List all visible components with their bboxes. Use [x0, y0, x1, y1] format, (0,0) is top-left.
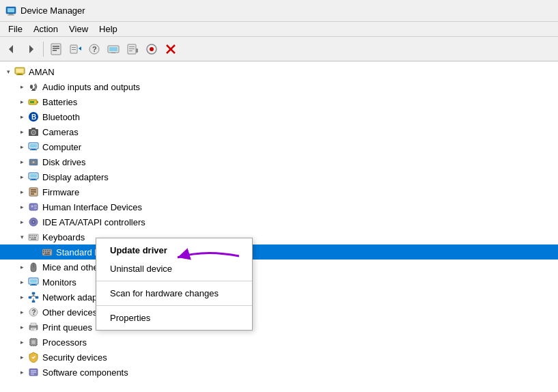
tree-item-mice[interactable]: Mice and other pointing devices [0, 260, 558, 275]
forward-button[interactable] [22, 40, 40, 58]
tree-item-audio[interactable]: Audio inputs and outputs [0, 79, 558, 94]
svg-rect-58 [31, 193, 34, 195]
svg-rect-82 [45, 252, 46, 253]
menu-bar: File Action View Help [0, 22, 558, 37]
tree-item-hid[interactable]: Human Interface Devices [0, 199, 558, 214]
svg-rect-22 [129, 48, 135, 49]
svg-rect-87 [30, 279, 37, 283]
tree-item-bluetooth[interactable]: B Bluetooth [0, 109, 558, 124]
svg-rect-77 [43, 251, 44, 252]
main-content: AMAN Audio inputs and outputs [0, 61, 558, 392]
tree-item-processors[interactable]: Processors [0, 335, 558, 350]
tree-label-bluetooth: Bluetooth [42, 112, 80, 122]
update-driver-button[interactable] [66, 40, 84, 58]
expand-monitors[interactable] [16, 277, 27, 288]
context-menu-uninstall-device[interactable]: Uninstall device [96, 260, 252, 278]
expand-network[interactable] [16, 292, 27, 303]
svg-rect-23 [129, 51, 132, 51]
menu-file[interactable]: File [3, 23, 28, 36]
expand-batteries[interactable] [16, 96, 27, 107]
svg-rect-104 [31, 330, 34, 331]
tree-item-root[interactable]: AMAN [0, 64, 558, 79]
svg-rect-90 [32, 292, 35, 294]
icon-security [27, 351, 40, 363]
svg-rect-72 [29, 237, 31, 238]
expand-hid[interactable] [16, 201, 27, 212]
tree-item-monitors[interactable]: Monitors [0, 275, 558, 290]
expand-mice[interactable] [16, 262, 27, 272]
icon-software [27, 366, 40, 378]
tree-item-network[interactable]: Network adapters [0, 290, 558, 305]
tree-item-security[interactable]: Security devices [0, 350, 558, 365]
expand-ide[interactable] [16, 216, 27, 227]
tree-item-print[interactable]: Print queues [0, 320, 558, 335]
tree-label-ide: IDE ATA/ATAPI controllers [42, 217, 145, 227]
context-menu-update-driver[interactable]: Update driver [96, 241, 252, 260]
svg-rect-79 [47, 251, 48, 252]
context-menu-separator-2 [96, 305, 252, 306]
expand-computer[interactable] [16, 141, 27, 152]
svg-rect-6 [51, 44, 61, 55]
menu-help[interactable]: Help [94, 23, 123, 36]
back-button[interactable] [3, 40, 20, 58]
expand-bluetooth[interactable] [16, 111, 27, 122]
tree-item-batteries[interactable]: Batteries [0, 94, 558, 109]
tree-label-cameras: Cameras [42, 127, 79, 137]
tree-label-audio: Audio inputs and outputs [42, 82, 140, 92]
svg-rect-46 [31, 149, 36, 150]
tree-item-software[interactable]: Software components [0, 365, 558, 380]
help-button[interactable]: ? [85, 40, 103, 58]
tree-item-disk[interactable]: Disk drives [0, 154, 558, 169]
expand-audio[interactable] [16, 81, 27, 92]
tree-item-ide[interactable]: IDE ATA/ATAPI controllers [0, 214, 558, 229]
title-bar-title: Device Manager [20, 5, 85, 16]
svg-rect-21 [129, 46, 135, 47]
uninstall-button[interactable] [162, 40, 180, 58]
expand-cameras[interactable] [16, 126, 27, 137]
expand-security[interactable] [16, 352, 27, 363]
svg-rect-17 [109, 47, 117, 51]
tree-item-keyboards[interactable]: Keyboards [0, 229, 558, 244]
expand-software[interactable] [16, 367, 27, 378]
svg-rect-32 [30, 85, 33, 89]
menu-action[interactable]: Action [28, 23, 64, 36]
expand-display[interactable] [16, 171, 27, 182]
svg-rect-75 [31, 239, 36, 240]
tree-item-display[interactable]: Display adapters [0, 169, 558, 184]
svg-rect-122 [31, 374, 34, 375]
context-menu-properties[interactable]: Properties [96, 309, 252, 327]
svg-rect-43 [31, 128, 36, 130]
tree-label-monitors: Monitors [42, 277, 76, 288]
icon-disk [27, 156, 40, 168]
title-bar: Device Manager [0, 0, 558, 22]
expand-root[interactable] [3, 66, 14, 77]
context-menu-scan-hardware[interactable]: Scan for hardware changes [96, 284, 252, 303]
display-devices-button[interactable] [104, 40, 122, 58]
icon-firmware [27, 186, 40, 198]
icon-ide [27, 216, 40, 228]
svg-rect-36 [37, 101, 38, 103]
tree-item-cameras[interactable]: Cameras [0, 124, 558, 139]
svg-point-50 [33, 161, 35, 163]
svg-rect-13 [72, 49, 76, 50]
menu-view[interactable]: View [64, 23, 94, 36]
expand-firmware[interactable] [16, 186, 27, 197]
scan-button[interactable] [124, 40, 141, 58]
svg-point-66 [33, 221, 34, 223]
disable-button[interactable] [143, 40, 161, 58]
svg-rect-54 [30, 180, 37, 180]
expand-print[interactable] [16, 322, 27, 333]
tree-label-processors: Processors [42, 337, 87, 348]
tree-item-computer[interactable]: Computer [0, 139, 558, 154]
tree-item-other[interactable]: ? Other devices [0, 305, 558, 320]
expand-disk[interactable] [16, 156, 27, 167]
tree-item-firmware[interactable]: Firmware [0, 184, 558, 199]
expand-other[interactable] [16, 307, 27, 318]
tree-item-kbd-standard[interactable]: Standard PS/2 Keyboard [0, 244, 558, 260]
device-tree[interactable]: AMAN Audio inputs and outputs [0, 61, 558, 392]
icon-computer [14, 66, 26, 78]
expand-keyboards[interactable] [16, 232, 27, 242]
expand-processors[interactable] [16, 337, 27, 348]
properties-button[interactable] [47, 40, 65, 58]
svg-marker-11 [79, 46, 81, 51]
